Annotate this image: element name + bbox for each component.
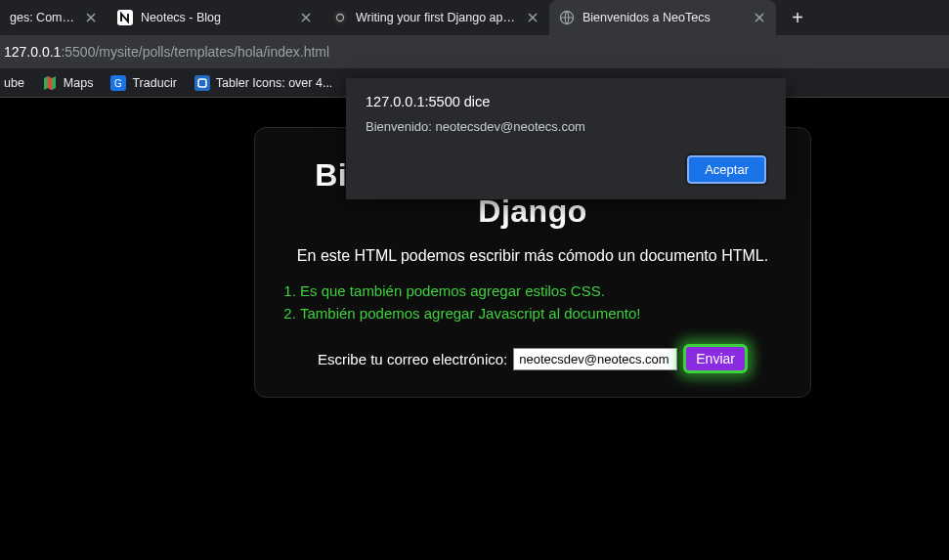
- email-field[interactable]: [513, 348, 677, 370]
- django-icon: [332, 10, 348, 25]
- maps-icon: [42, 75, 58, 91]
- bookmark-label: Traducir: [132, 76, 176, 90]
- bookmark-label: Maps: [64, 76, 94, 90]
- lead-text: En este HTML podemos escribir más cómodo…: [279, 247, 787, 265]
- browser-tab[interactable]: Writing your first Django app, p: [323, 0, 549, 35]
- tabler-icon: [194, 75, 210, 91]
- notion-icon: [117, 10, 133, 25]
- url-text: 127.0.0.1:5500/mysite/polls/templates/ho…: [4, 44, 329, 60]
- send-button[interactable]: Enviar: [683, 344, 748, 373]
- browser-tab-active[interactable]: Bienvenidos a NeoTecs: [549, 0, 776, 35]
- new-tab-button[interactable]: +: [784, 4, 811, 31]
- browser-tab-strip: ges: Compete Neotecs - Blog Writing your…: [0, 0, 949, 35]
- browser-tab[interactable]: Neotecs - Blog: [108, 0, 323, 35]
- alert-title: 127.0.0.1:5500 dice: [366, 94, 766, 109]
- svg-point-1: [333, 11, 347, 24]
- email-label: Escribe tu correo electrónico:: [318, 351, 507, 367]
- bookmark-item[interactable]: Maps: [42, 75, 94, 91]
- js-alert-dialog: 127.0.0.1:5500 dice Bienvenido: neotecsd…: [346, 78, 786, 199]
- browser-tab[interactable]: ges: Compete: [0, 0, 108, 35]
- close-icon[interactable]: [526, 11, 539, 24]
- globe-icon: [559, 10, 575, 25]
- feature-list: Es que también podemos agregar estilos C…: [300, 280, 787, 324]
- tab-title: ges: Compete: [10, 11, 74, 24]
- svg-text:G: G: [115, 78, 123, 89]
- list-item: También podemos agregar Javascript al do…: [300, 303, 787, 325]
- list-item: Es que también podemos agregar estilos C…: [300, 280, 787, 303]
- svg-rect-8: [194, 75, 210, 91]
- bookmark-item[interactable]: Tabler Icons: over 4...: [194, 75, 333, 91]
- bookmark-label: Tabler Icons: over 4...: [216, 76, 333, 90]
- bookmark-label: ube: [4, 76, 24, 90]
- email-form: Escribe tu correo electrónico: Enviar: [279, 344, 787, 373]
- svg-marker-5: [48, 76, 52, 90]
- close-icon[interactable]: [84, 11, 98, 24]
- address-bar[interactable]: 127.0.0.1:5500/mysite/polls/templates/ho…: [0, 35, 949, 68]
- tab-title: Bienvenidos a NeoTecs: [582, 11, 711, 24]
- alert-body: Bienvenido: neotecsdev@neotecs.com: [366, 119, 766, 134]
- close-icon[interactable]: [753, 11, 766, 24]
- close-icon[interactable]: [299, 11, 313, 24]
- alert-accept-button[interactable]: Aceptar: [687, 155, 766, 184]
- translate-icon: G: [110, 75, 126, 91]
- tab-title: Writing your first Django app, p: [356, 11, 518, 24]
- bookmark-item[interactable]: G Traducir: [110, 75, 176, 91]
- bookmark-item[interactable]: ube: [4, 76, 24, 90]
- tab-title: Neotecs - Blog: [141, 11, 221, 24]
